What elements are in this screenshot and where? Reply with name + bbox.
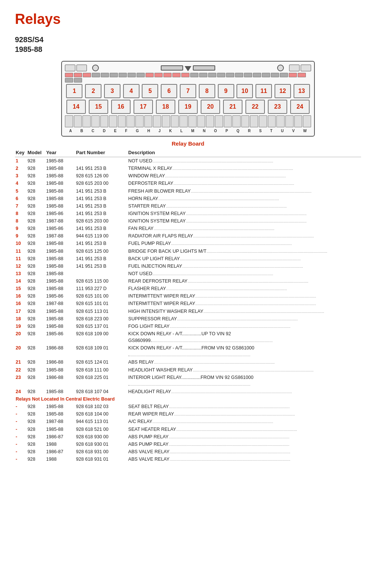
model-cell: 928	[27, 366, 46, 374]
model-cell: 928	[27, 210, 46, 217]
relay-13: 13	[294, 84, 310, 98]
bottom-fuse-3	[82, 115, 91, 127]
year-cell: 1985-88	[46, 323, 75, 330]
part-cell: 928 618 111 00	[75, 366, 128, 374]
table-row: 139281985-88NOT USED....................…	[15, 270, 361, 277]
left-connector-group	[65, 65, 99, 71]
relay-23: 23	[268, 100, 287, 114]
desc-cell: FOG LIGHT RELAY.........................…	[128, 323, 361, 330]
key-cell: 8	[15, 217, 27, 225]
table-row: 19281985-88NOT USED.....................…	[15, 157, 361, 165]
desc-cell: STARTER RELAY...........................…	[128, 202, 361, 210]
model-cell: 928	[27, 262, 46, 270]
relay-10: 10	[236, 84, 253, 98]
desc-cell: ABS VALVE RELAY.........................…	[128, 455, 361, 463]
part-cell: 928 615 126 00	[75, 172, 128, 180]
table-row: 119281985-88928 615 125 00BRIDGE FOR BAC…	[15, 248, 361, 255]
desc-cell: TERMINAL X RELAY........................…	[128, 165, 361, 172]
model-cell: 928	[27, 418, 46, 425]
desc-cell: SEAT BELT RELAY.........................…	[128, 403, 361, 410]
bottom-fuse-26	[285, 115, 294, 127]
relay-16: 16	[111, 100, 131, 114]
key-cell: -	[15, 410, 27, 418]
bottom-fuse-21	[241, 115, 250, 127]
model-cell: 928	[27, 323, 46, 330]
part-cell: 141 951 253 B	[75, 240, 128, 247]
relay-board-label: Relay Board	[15, 140, 361, 147]
desc-cell: WINDOW RELAY............................…	[128, 172, 361, 180]
model-cell: 928	[27, 410, 46, 418]
desc-cell: BRIDGE FOR BACK UP LIGHTS M/T...........…	[128, 248, 361, 255]
year-cell: 1986-88	[46, 374, 75, 388]
bottom-fuse-18	[215, 115, 223, 127]
year-cell: 1985-88	[46, 157, 75, 165]
year-cell: 1985-88	[46, 248, 75, 255]
bottom-fuse-1	[65, 115, 73, 127]
key-cell: -	[15, 433, 27, 441]
year-cell: 1985-88	[46, 366, 75, 374]
desc-cell: SEAT HEATER RELAY.......................…	[128, 426, 361, 433]
key-cell: -	[15, 418, 27, 425]
relay-20: 20	[201, 100, 220, 114]
key-cell: 6	[15, 195, 27, 202]
desc-cell: IGNITION SYSTEM RELAY...................…	[128, 210, 361, 217]
part-cell: 928 618 930 01	[75, 441, 128, 448]
part-cell: 928 615 125 00	[75, 248, 128, 255]
table-row: 249281985-88928 618 107 04HEADLIGHT RELA…	[15, 388, 361, 395]
section-header-row: Relays Not Located In Central Electric B…	[15, 395, 361, 403]
year-cell: 1985-88	[46, 388, 75, 395]
key-cell: 7	[15, 202, 27, 210]
year-cell: 1985-88	[46, 285, 75, 292]
table-row: 149281985-88928 615 115 00REAR DEFROSTER…	[15, 277, 361, 285]
relay-9: 9	[218, 84, 234, 98]
year-cell: 1986-87	[46, 433, 75, 441]
table-row-not-located: -9281988928 618 931 01ABS VALVE RELAY...…	[15, 455, 361, 463]
relay-5: 5	[142, 84, 158, 98]
year-cell: 1985-88	[46, 180, 75, 187]
year-cell: 1986-88	[46, 358, 75, 366]
relay-24: 24	[290, 100, 310, 114]
year-cell: 1985-88	[46, 187, 75, 195]
table-row: 89281987-88928 615 203 00IGNITION SYSTEM…	[15, 217, 361, 225]
key-cell: 11	[15, 255, 27, 262]
desc-cell: IGNITION SYSTEM RELAY...................…	[128, 217, 361, 225]
part-cell: 928 615 113 01	[75, 308, 128, 315]
part-cell: 141 951 253 B	[75, 195, 128, 202]
connector-block-1	[65, 65, 75, 71]
table-row: 49281985-88928 615 203 00DEFROSTER RELAY…	[15, 180, 361, 187]
top-connector-row	[65, 65, 311, 71]
table-row: 219281986-88928 615 124 01ABS RELAY.....…	[15, 358, 361, 366]
part-cell	[75, 157, 128, 165]
key-cell: 24	[15, 388, 27, 395]
key-cell: 16	[15, 300, 27, 307]
key-cell: -	[15, 403, 27, 410]
part-cell: 141 951 253 B	[75, 187, 128, 195]
model-cell: 928	[27, 270, 46, 277]
key-cell: 21	[15, 358, 27, 366]
section-header-cell: Relays Not Located In Central Electric B…	[15, 395, 361, 403]
key-cell: 11	[15, 248, 27, 255]
year-cell: 1985-86	[46, 330, 75, 344]
bottom-fuse-15	[188, 115, 197, 127]
key-cell: 18	[15, 315, 27, 323]
desc-cell: ABS RELAY...............................…	[128, 358, 361, 366]
desc-cell: INTERIOR LIGHT RELAY...............FROM …	[128, 374, 361, 388]
year-cell: 1985-88	[46, 315, 75, 323]
connector-block-3	[289, 65, 300, 71]
relay-22: 22	[245, 100, 265, 114]
desc-cell: FRESH AIR BLOWER RELAY..................…	[128, 187, 361, 195]
col-header-model: Model	[27, 149, 46, 157]
key-cell: 23	[15, 374, 27, 388]
model-cell: 928	[27, 195, 46, 202]
key-cell: 17	[15, 308, 27, 315]
desc-cell: ABS PUMP RELAY..........................…	[128, 433, 361, 441]
key-cell: -	[15, 441, 27, 448]
desc-cell: INTERMITTENT WIPER RELAY................…	[128, 300, 361, 307]
relay-14: 14	[66, 100, 86, 114]
bottom-fuse-6	[109, 115, 117, 127]
relay-1: 1	[66, 84, 82, 98]
model-cell: 928	[27, 426, 46, 433]
desc-cell: REAR WIPER RELAY........................…	[128, 410, 361, 418]
desc-cell: BACK UP LIGHT RELAY.....................…	[128, 255, 361, 262]
alpha-row: ABCDEFGHJKLMNOPQRSTUVW	[65, 129, 311, 133]
